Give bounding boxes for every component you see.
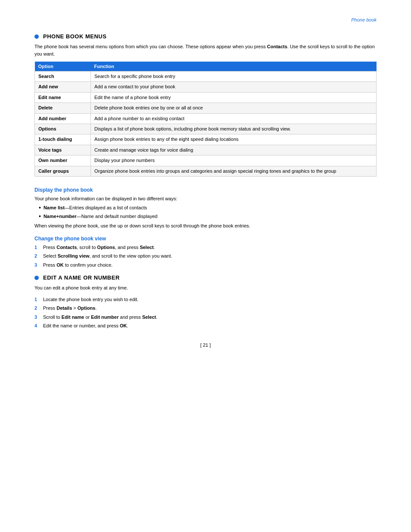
table-cell-option: Edit name [35,92,91,103]
display-phone-book-footer: When viewing the phone book, use the up … [34,222,377,230]
table-cell-function: Create and manage voice tags for voice d… [91,145,377,155]
display-phone-book-title: Display the phone book [34,187,377,193]
edit-name-or-number-section: EDIT A NAME OR NUMBER You can edit a pho… [34,274,377,330]
table-cell-function: Delete phone book entries one by one or … [91,103,377,113]
table-cell-function: Assign phone book entries to any of the … [91,134,377,145]
table-cell-option: Options [35,124,91,134]
edit-step-4: 4 Edit the name or number, and press OK. [34,322,377,330]
table-header-function: Function [91,62,377,72]
table-cell-function: Add a new contact to your phone book [91,82,377,92]
section-title-phone-book-menus: PHONE BOOK MENUS [34,33,377,40]
change-phone-book-view-title: Change the phone book view [34,236,377,242]
table-row: 1-touch dialingAssign phone book entries… [35,134,377,145]
phone-book-menus-heading: PHONE BOOK MENUS [43,33,106,40]
table-row: SearchSearch for a specific phone book e… [35,72,377,82]
table-cell-function: Organize phone book entries into groups … [91,166,377,176]
step-2: 2 Select Scrolling view, and scroll to t… [34,252,377,260]
table-row: Add numberAdd a phone number to an exist… [35,113,377,124]
table-cell-option: Own number [35,156,91,166]
table-cell-option: Add new [35,82,91,92]
change-phone-book-view-steps: 1 Press Contacts, scroll to Options, and… [34,244,377,269]
table-row: Caller groupsOrganize phone book entries… [35,166,377,176]
table-row: Own numberDisplay your phone numbers [35,156,377,166]
table-cell-option: 1-touch dialing [35,134,91,145]
section-label: Phone book [351,17,377,22]
edit-step-2: 2 Press Details > Options. [34,305,377,312]
edit-name-or-number-steps: 1 Locate the phone book entry you wish t… [34,296,377,330]
list-item-name-list: Name list—Entries displayed as a list of… [39,204,377,212]
table-cell-option: Add number [35,113,91,124]
table-cell-option: Search [35,72,91,82]
edit-step-3: 3 Scroll to Edit name or Edit number and… [34,314,377,321]
options-table: Option Function SearchSearch for a speci… [34,62,377,177]
step-3: 3 Press OK to confirm your choice. [34,261,377,269]
bullet-icon [34,34,39,39]
table-row: Edit nameEdit the name of a phone book e… [35,92,377,103]
edit-name-or-number-heading: EDIT A NAME OR NUMBER [43,274,120,281]
table-cell-option: Voice tags [35,145,91,155]
table-row: Voice tagsCreate and manage voice tags f… [35,145,377,155]
table-cell-option: Caller groups [35,166,91,176]
table-cell-function: Edit the name of a phone book entry [91,92,377,103]
table-cell-function: Add a phone number to an existing contac… [91,113,377,124]
table-row: DeleteDelete phone book entries one by o… [35,103,377,113]
page-number: [ 21 ] [34,342,377,348]
edit-name-or-number-intro: You can edit a phone book entry at any t… [34,284,377,292]
bullet-icon-edit [34,276,39,280]
edit-step-1: 1 Locate the phone book entry you wish t… [34,296,377,303]
phone-book-menus-section: PHONE BOOK MENUS The phone book has seve… [34,33,377,177]
table-row: OptionsDisplays a list of phone book opt… [35,124,377,134]
change-phone-book-view-section: Change the phone book view 1 Press Conta… [34,236,377,269]
table-row: Add newAdd a new contact to your phone b… [35,82,377,92]
table-cell-function: Search for a specific phone book entry [91,72,377,82]
table-cell-function: Display your phone numbers [91,156,377,166]
page-header: Phone book [34,17,377,25]
table-header-option: Option [35,62,91,72]
table-cell-function: Displays a list of phone book options, i… [91,124,377,134]
phone-book-menus-intro: The phone book has several menu options … [34,43,377,57]
table-cell-option: Delete [35,103,91,113]
display-phone-book-section: Display the phone book Your phone book i… [34,187,377,230]
display-phone-book-bullets: Name list—Entries displayed as a list of… [39,204,377,220]
step-1: 1 Press Contacts, scroll to Options, and… [34,244,377,251]
section-title-edit: EDIT A NAME OR NUMBER [34,274,377,281]
display-phone-book-intro: Your phone book information can be displ… [34,195,377,202]
list-item-name-number: Name+number—Name and default number disp… [39,213,377,220]
page: Phone book PHONE BOOK MENUS The phone bo… [0,0,411,532]
